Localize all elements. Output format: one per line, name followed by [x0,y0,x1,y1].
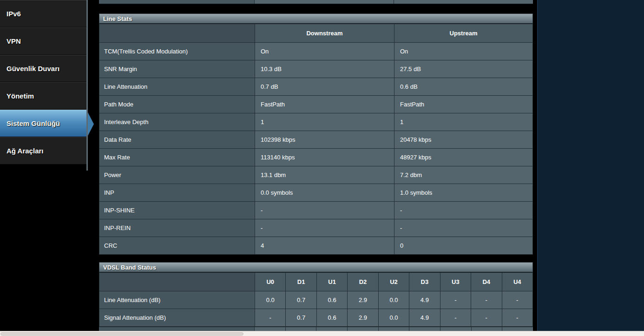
main-content: Line Stats DownstreamUpstream TCM(Trelli… [99,0,533,331]
column-header: Downstream [255,24,394,43]
downstream-value: 1 [255,113,394,131]
upstream-value: On [394,43,533,60]
downstream-band-value: - [471,309,502,327]
line-stats-title: Line Stats [99,13,533,24]
upstream-value: - [394,202,533,219]
row-label: Line Attenuation [99,78,255,96]
sidebar-edge [86,0,88,171]
row-label: Signal Attenuation (dB) [99,309,255,327]
sidebar-item-label: Sistem Günlüğü [7,119,60,127]
downstream-band-value: 2.9 [348,309,378,327]
sidebar-item-label: Güvenlik Duvarı [7,65,59,72]
downstream-value: - [255,219,394,237]
upstream-value: 0.6 dB [394,78,533,96]
line-stats-table: DownstreamUpstream TCM(Trellis Coded Mod… [99,24,533,255]
band-column-header: D2 [348,273,378,291]
upstream-band-value: - [502,291,533,309]
downstream-value: 0.0 symbols [255,184,394,202]
table-row: Max Rate113140 kbps48927 kbps [99,149,533,166]
downstream-value: 0.7 dB [255,78,394,96]
downstream-value: 102398 kbps [255,131,394,149]
table-row: INP-SHINE-- [99,202,533,219]
vdsl-header-row: U0D1U1D2U2D3U3D4U4 [99,273,533,291]
upstream-band-value: - [255,309,286,327]
sidebar-menu: IPv6VPNGüvenlik DuvarıYönetimSistem Günl… [0,0,86,165]
partial-cell [99,0,255,4]
upstream-value: 7.2 dbm [394,166,533,184]
table-row: Line Attenuation (dB)0.00.70.62.90.04.9-… [99,291,533,309]
horizontal-scrollbar[interactable] [0,331,644,336]
downstream-value: 4 [255,237,394,255]
table-row: CRC40 [99,237,533,255]
table-row: Data Rate102398 kbps20478 kbps [99,131,533,149]
downstream-band-value: 4.9 [409,291,440,309]
row-label: INP-REIN [99,219,255,237]
row-label: Power [99,166,255,184]
downstream-value: FastPath [255,96,394,113]
sidebar-item-3[interactable]: Yönetim [0,82,86,110]
upstream-band-value: 0.0 [255,291,286,309]
page-background-panel [537,0,644,331]
downstream-value: 10.3 dB [255,60,394,78]
upstream-value: FastPath [394,96,533,113]
sidebar-item-4[interactable]: Sistem Günlüğü [0,110,86,137]
row-label: SNR Margin [99,60,255,78]
upstream-band-value: - [440,291,471,309]
band-column-header: U3 [440,273,471,291]
sidebar-item-2[interactable]: Güvenlik Duvarı [0,55,86,82]
sidebar-item-label: VPN [7,37,21,45]
table-row: Interleave Depth11 [99,113,533,131]
partial-cell [255,0,394,4]
vdsl-band-status-title: VDSL Band Status [99,262,533,272]
vdsl-band-status-panel: VDSL Band Status U0D1U1D2U2D3U3D4U4 Line… [99,262,533,331]
downstream-band-value: 2.9 [348,291,378,309]
downstream-band-value: 4.9 [409,309,440,327]
corner-header-cell [99,273,255,291]
upstream-value: - [394,219,533,237]
upstream-band-value: 0.0 [378,309,409,327]
horizontal-scrollbar-thumb[interactable] [0,332,243,336]
downstream-value: 113140 kbps [255,149,394,166]
row-label: Data Rate [99,131,255,149]
upstream-value: 1 [394,113,533,131]
table-row: Power13.1 dbm7.2 dbm [99,166,533,184]
upstream-band-value: - [502,309,533,327]
band-column-header: D3 [409,273,440,291]
column-header: Upstream [394,24,533,43]
band-column-header: U1 [316,273,347,291]
corner-header-cell [99,24,255,43]
downstream-value: On [255,43,394,60]
sidebar-item-1[interactable]: VPN [0,27,86,55]
table-row: Path ModeFastPathFastPath [99,96,533,113]
upstream-band-value: 0.6 [316,291,347,309]
table-row: INP0.0 symbols1.0 symbols [99,184,533,202]
table-row: TCM(Trellis Coded Modulation)OnOn [99,43,533,60]
band-column-header: U0 [255,273,286,291]
band-column-header: U4 [502,273,533,291]
vdsl-band-status-table: U0D1U1D2U2D3U3D4U4 Line Attenuation (dB)… [99,272,533,327]
downstream-band-value: - [471,291,502,309]
band-column-header: D4 [471,273,502,291]
row-label: Line Attenuation (dB) [99,291,255,309]
sidebar: IPv6VPNGüvenlik DuvarıYönetimSistem Günl… [0,0,86,165]
row-label: CRC [99,237,255,255]
table-row: INP-REIN-- [99,219,533,237]
previous-table-partial-row [99,0,533,5]
sidebar-item-0[interactable]: IPv6 [0,0,86,27]
downstream-value: 13.1 dbm [255,166,394,184]
downstream-band-value: 0.7 [286,291,316,309]
band-column-header: D1 [286,273,316,291]
row-label: INP-SHINE [99,202,255,219]
sidebar-item-5[interactable]: Ağ Araçları [0,137,86,165]
table-row: SNR Margin10.3 dB27.5 dB [99,60,533,78]
upstream-value: 20478 kbps [394,131,533,149]
table-row: Signal Attenuation (dB)-0.70.62.90.04.9-… [99,309,533,327]
partial-cell [394,0,533,4]
sidebar-item-label: IPv6 [7,10,21,18]
row-label: Max Rate [99,149,255,166]
upstream-value: 1.0 symbols [394,184,533,202]
row-label: TCM(Trellis Coded Modulation) [99,43,255,60]
upstream-value: 27.5 dB [394,60,533,78]
line-stats-header-row: DownstreamUpstream [99,24,533,43]
sidebar-item-label: Yönetim [7,92,34,100]
